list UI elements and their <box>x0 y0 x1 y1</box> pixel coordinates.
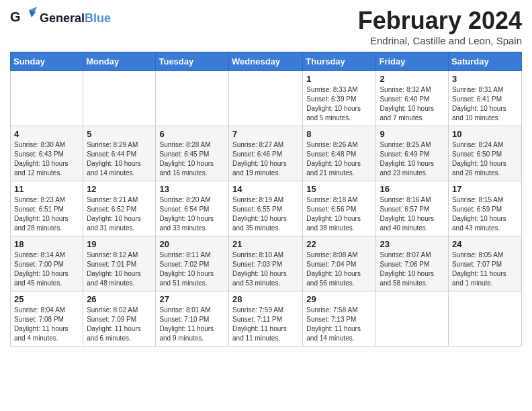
calendar-week-4: 25Sunrise: 8:04 AMSunset: 7:08 PMDayligh… <box>11 291 522 347</box>
day-info: Sunrise: 8:32 AMSunset: 6:40 PMDaylight:… <box>380 85 445 123</box>
calendar-cell: 9Sunrise: 8:25 AMSunset: 6:49 PMDaylight… <box>376 126 449 181</box>
day-number: 24 <box>452 239 518 249</box>
day-number: 5 <box>87 129 152 139</box>
calendar-cell: 14Sunrise: 8:19 AMSunset: 6:55 PMDayligh… <box>229 181 303 236</box>
day-info: Sunrise: 8:23 AMSunset: 6:51 PMDaylight:… <box>14 195 79 233</box>
calendar-cell: 23Sunrise: 8:07 AMSunset: 7:06 PMDayligh… <box>376 236 449 291</box>
day-number: 7 <box>232 129 299 139</box>
calendar-cell: 1Sunrise: 8:33 AMSunset: 6:39 PMDaylight… <box>303 71 376 126</box>
calendar-cell <box>11 71 83 126</box>
day-number: 20 <box>159 239 225 249</box>
calendar-cell: 15Sunrise: 8:18 AMSunset: 6:56 PMDayligh… <box>303 181 376 236</box>
day-number: 6 <box>159 129 225 139</box>
calendar-cell <box>229 71 303 126</box>
day-info: Sunrise: 8:01 AMSunset: 7:10 PMDaylight:… <box>159 306 225 343</box>
calendar-cell <box>156 71 229 126</box>
calendar-cell: 28Sunrise: 7:59 AMSunset: 7:11 PMDayligh… <box>229 291 303 347</box>
svg-text:G: G <box>10 9 21 24</box>
calendar-cell: 25Sunrise: 8:04 AMSunset: 7:08 PMDayligh… <box>11 291 83 347</box>
calendar-cell: 19Sunrise: 8:12 AMSunset: 7:01 PMDayligh… <box>83 236 156 291</box>
day-info: Sunrise: 7:59 AMSunset: 7:11 PMDaylight:… <box>232 306 299 343</box>
day-info: Sunrise: 8:05 AMSunset: 7:07 PMDaylight:… <box>452 250 518 288</box>
calendar-cell: 18Sunrise: 8:14 AMSunset: 7:00 PMDayligh… <box>11 236 83 291</box>
day-number: 25 <box>14 294 79 304</box>
day-number: 22 <box>306 239 372 249</box>
weekday-header-sunday: Sunday <box>11 52 83 71</box>
day-number: 15 <box>306 184 372 194</box>
day-number: 13 <box>159 184 225 194</box>
calendar-cell <box>83 71 156 126</box>
day-number: 3 <box>452 74 518 84</box>
day-number: 8 <box>306 129 372 139</box>
day-number: 14 <box>232 184 299 194</box>
calendar-cell: 6Sunrise: 8:28 AMSunset: 6:45 PMDaylight… <box>156 126 229 181</box>
day-number: 9 <box>380 129 445 139</box>
calendar-week-0: 1Sunrise: 8:33 AMSunset: 6:39 PMDaylight… <box>11 71 522 126</box>
month-title: February 2024 <box>358 7 522 35</box>
calendar-cell: 16Sunrise: 8:16 AMSunset: 6:57 PMDayligh… <box>376 181 449 236</box>
day-number: 26 <box>87 294 152 304</box>
day-info: Sunrise: 8:15 AMSunset: 6:59 PMDaylight:… <box>452 195 518 233</box>
calendar-cell: 2Sunrise: 8:32 AMSunset: 6:40 PMDaylight… <box>376 71 449 126</box>
day-number: 17 <box>452 184 518 194</box>
day-number: 27 <box>159 294 225 304</box>
calendar-cell: 29Sunrise: 7:58 AMSunset: 7:13 PMDayligh… <box>303 291 376 347</box>
weekday-header-friday: Friday <box>376 52 449 71</box>
title-area: February 2024 Endrinal, Castille and Leo… <box>358 7 522 46</box>
day-info: Sunrise: 8:16 AMSunset: 6:57 PMDaylight:… <box>380 195 445 233</box>
day-number: 11 <box>14 184 79 194</box>
day-info: Sunrise: 8:08 AMSunset: 7:04 PMDaylight:… <box>306 250 372 288</box>
day-info: Sunrise: 8:25 AMSunset: 6:49 PMDaylight:… <box>380 140 445 178</box>
day-number: 28 <box>232 294 299 304</box>
calendar-cell: 4Sunrise: 8:30 AMSunset: 6:43 PMDaylight… <box>11 126 83 181</box>
day-number: 10 <box>452 129 518 139</box>
day-info: Sunrise: 8:10 AMSunset: 7:03 PMDaylight:… <box>232 250 299 288</box>
calendar-cell: 27Sunrise: 8:01 AMSunset: 7:10 PMDayligh… <box>156 291 229 347</box>
calendar-cell: 26Sunrise: 8:02 AMSunset: 7:09 PMDayligh… <box>83 291 156 347</box>
calendar-week-2: 11Sunrise: 8:23 AMSunset: 6:51 PMDayligh… <box>11 181 522 236</box>
page-header: G GeneralBlue February 2024 Endrinal, Ca… <box>10 7 522 46</box>
weekday-header-wednesday: Wednesday <box>229 52 303 71</box>
calendar-cell: 7Sunrise: 8:27 AMSunset: 6:46 PMDaylight… <box>229 126 303 181</box>
day-info: Sunrise: 8:28 AMSunset: 6:45 PMDaylight:… <box>159 140 225 178</box>
day-number: 16 <box>380 184 445 194</box>
weekday-header-row: SundayMondayTuesdayWednesdayThursdayFrid… <box>11 52 522 71</box>
day-info: Sunrise: 8:07 AMSunset: 7:06 PMDaylight:… <box>380 250 445 288</box>
calendar-cell: 22Sunrise: 8:08 AMSunset: 7:04 PMDayligh… <box>303 236 376 291</box>
day-info: Sunrise: 8:19 AMSunset: 6:55 PMDaylight:… <box>232 195 299 233</box>
calendar-cell: 17Sunrise: 8:15 AMSunset: 6:59 PMDayligh… <box>449 181 522 236</box>
day-info: Sunrise: 8:30 AMSunset: 6:43 PMDaylight:… <box>14 140 79 178</box>
day-info: Sunrise: 8:11 AMSunset: 7:02 PMDaylight:… <box>159 250 225 288</box>
day-number: 23 <box>380 239 445 249</box>
calendar-cell: 5Sunrise: 8:29 AMSunset: 6:44 PMDaylight… <box>83 126 156 181</box>
calendar-cell: 24Sunrise: 8:05 AMSunset: 7:07 PMDayligh… <box>449 236 522 291</box>
weekday-header-thursday: Thursday <box>303 52 376 71</box>
weekday-header-monday: Monday <box>83 52 156 71</box>
calendar-cell: 21Sunrise: 8:10 AMSunset: 7:03 PMDayligh… <box>229 236 303 291</box>
day-info: Sunrise: 8:29 AMSunset: 6:44 PMDaylight:… <box>87 140 152 178</box>
calendar-cell: 3Sunrise: 8:31 AMSunset: 6:41 PMDaylight… <box>449 71 522 126</box>
calendar-cell: 10Sunrise: 8:24 AMSunset: 6:50 PMDayligh… <box>449 126 522 181</box>
day-number: 18 <box>14 239 79 249</box>
weekday-header-tuesday: Tuesday <box>156 52 229 71</box>
day-info: Sunrise: 8:04 AMSunset: 7:08 PMDaylight:… <box>14 306 79 343</box>
day-number: 4 <box>14 129 79 139</box>
logo: G GeneralBlue <box>10 7 111 30</box>
location-title: Endrinal, Castille and Leon, Spain <box>358 35 522 46</box>
day-info: Sunrise: 8:24 AMSunset: 6:50 PMDaylight:… <box>452 140 518 178</box>
calendar-week-3: 18Sunrise: 8:14 AMSunset: 7:00 PMDayligh… <box>11 236 522 291</box>
weekday-header-saturday: Saturday <box>449 52 522 71</box>
day-number: 2 <box>380 74 445 84</box>
day-number: 29 <box>306 294 372 304</box>
day-info: Sunrise: 8:02 AMSunset: 7:09 PMDaylight:… <box>87 306 152 343</box>
day-info: Sunrise: 8:21 AMSunset: 6:52 PMDaylight:… <box>87 195 152 233</box>
calendar-cell: 8Sunrise: 8:26 AMSunset: 6:48 PMDaylight… <box>303 126 376 181</box>
logo-text: GeneralBlue <box>40 12 111 26</box>
calendar-week-1: 4Sunrise: 8:30 AMSunset: 6:43 PMDaylight… <box>11 126 522 181</box>
day-info: Sunrise: 8:31 AMSunset: 6:41 PMDaylight:… <box>452 85 518 123</box>
calendar-cell: 20Sunrise: 8:11 AMSunset: 7:02 PMDayligh… <box>156 236 229 291</box>
day-info: Sunrise: 8:14 AMSunset: 7:00 PMDaylight:… <box>14 250 79 288</box>
day-info: Sunrise: 8:33 AMSunset: 6:39 PMDaylight:… <box>306 85 372 123</box>
calendar-cell <box>449 291 522 347</box>
day-info: Sunrise: 8:27 AMSunset: 6:46 PMDaylight:… <box>232 140 299 178</box>
